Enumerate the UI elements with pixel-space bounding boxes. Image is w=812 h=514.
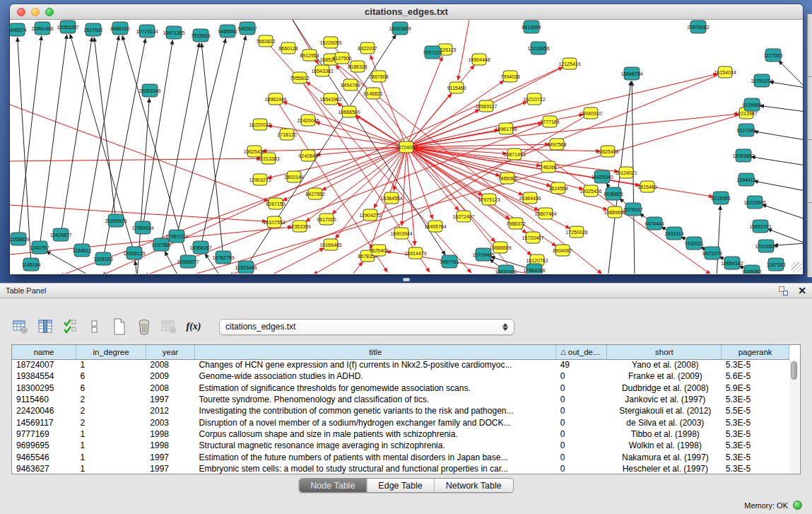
graph-node[interactable]: 17975123 <box>478 194 500 205</box>
graph-node[interactable]: 1117053 <box>764 49 782 62</box>
graph-node[interactable]: 7432021 <box>684 237 703 250</box>
graph-node[interactable]: 15495764 <box>424 221 446 232</box>
close-panel-icon[interactable]: ✕ <box>798 286 806 296</box>
graph-node[interactable]: 8405574 <box>10 23 27 36</box>
graph-node[interactable]: 7515526 <box>191 29 210 42</box>
graph-node[interactable]: 1305153 <box>93 252 112 265</box>
close-window-button[interactable] <box>17 8 25 16</box>
graph-node[interactable]: 9474444 <box>645 217 664 230</box>
graph-node[interactable]: 16107553 <box>263 216 285 228</box>
panel-splitter-handle[interactable] <box>403 278 410 281</box>
graph-node[interactable]: 16782759 <box>212 251 234 264</box>
zoom-window-button[interactable] <box>45 8 54 16</box>
graph-node[interactable]: 1527602 <box>83 23 102 36</box>
graph-node[interactable]: 15692971 <box>749 220 771 233</box>
graph-node[interactable]: 15384554 <box>380 192 402 204</box>
table-settings-icon[interactable] <box>11 317 30 336</box>
graph-node[interactable]: 9457791 <box>440 255 459 268</box>
graph-node[interactable]: 16210645 <box>743 196 765 209</box>
graph-node[interactable]: 20053346 <box>139 84 160 97</box>
graph-node[interactable]: 16220022 <box>249 119 271 130</box>
graph-node[interactable]: 17016504 <box>755 240 777 252</box>
table-row[interactable]: 946362711997Embryonic stem cells: a mode… <box>12 463 789 474</box>
graph-node[interactable]: 16961758 <box>495 123 517 134</box>
column-header-title[interactable]: title <box>195 345 556 359</box>
graph-node[interactable]: 15751074 <box>751 74 772 87</box>
graph-node[interactable]: 8427552 <box>305 188 324 199</box>
graph-node[interactable]: 1343757 <box>30 241 49 254</box>
graph-node[interactable]: 12904272 <box>359 209 381 221</box>
show-selected-icon[interactable] <box>86 317 104 336</box>
graph-node[interactable]: 13425877 <box>49 228 71 241</box>
graph-node[interactable]: 9463627 <box>237 22 257 35</box>
delete-table-icon[interactable] <box>135 317 153 336</box>
graph-node[interactable]: 7625402 <box>369 245 388 256</box>
graph-node[interactable]: 2867608 <box>369 71 388 82</box>
graph-node[interactable]: 9242844 <box>298 150 317 161</box>
graph-node[interactable]: 9129966 <box>742 98 761 111</box>
graph-node[interactable]: 8322037 <box>358 42 377 54</box>
delete-columns-disabled-icon[interactable] <box>160 317 178 336</box>
graph-node[interactable]: 9815460 <box>637 181 657 192</box>
graph-node[interactable]: 7485083 <box>498 173 517 184</box>
graph-node[interactable]: 10719134 <box>136 25 158 37</box>
graph-node[interactable]: 12903275 <box>249 174 271 185</box>
graph-node[interactable]: 10625408 <box>596 146 618 157</box>
graph-node[interactable]: 7994028 <box>500 71 519 82</box>
graph-node[interactable]: 18982446 <box>264 93 286 105</box>
column-header-out_de[interactable]: △out_de... <box>556 345 607 359</box>
column-header-pagerank[interactable]: pagerank <box>722 345 789 359</box>
graph-node[interactable]: 10654162 <box>721 257 743 269</box>
graph-node[interactable]: 8215955 <box>711 192 730 204</box>
graph-node[interactable]: 17957222 <box>165 230 187 243</box>
graph-node[interactable]: 10958077 <box>177 255 199 268</box>
graph-node[interactable]: 7986372 <box>506 218 525 229</box>
graph-node[interactable]: 8904067 <box>553 245 572 256</box>
graph-node[interactable]: 16648784 <box>620 67 642 80</box>
table-row[interactable]: 977716911998Corpus callosum shape and si… <box>12 428 789 440</box>
graph-node[interactable]: 9465546 <box>218 25 237 37</box>
graph-node[interactable]: 10889605 <box>604 206 625 218</box>
graph-node[interactable]: 7955812 <box>290 72 309 83</box>
table-row[interactable]: 1938455462009Genome-wide association stu… <box>12 370 789 382</box>
graph-node[interactable]: 1167533 <box>767 258 786 271</box>
graph-node[interactable]: 8813054 <box>522 21 541 33</box>
graph-node[interactable]: 8471078 <box>702 247 722 259</box>
tab-node-table[interactable]: Node Table <box>299 479 367 492</box>
graph-node[interactable]: 16040910 <box>579 107 601 119</box>
tab-edge-table[interactable]: Edge Table <box>367 479 434 492</box>
memory-status-indicator[interactable] <box>793 501 802 510</box>
graph-node[interactable]: 10053287 <box>57 21 78 33</box>
graph-node[interactable]: 20206576 <box>105 214 126 227</box>
graph-node[interactable]: 22891406 <box>31 22 53 35</box>
table-row[interactable]: 2242004622012Investigating the contribut… <box>12 405 789 416</box>
graph-node[interactable]: 9245082 <box>742 265 761 274</box>
graph-node[interactable]: 746266 <box>540 161 556 173</box>
table-scrollbar-thumb[interactable] <box>791 361 797 380</box>
graph-node[interactable]: 17884266 <box>523 264 545 274</box>
graph-node[interactable]: 16154034 <box>714 66 736 78</box>
column-header-short[interactable]: short <box>607 345 722 359</box>
graph-node[interactable]: 1184512 <box>73 244 92 257</box>
graph-node[interactable]: 22420046 <box>297 115 319 126</box>
table-row[interactable]: 1830029562008Estimation of significance … <box>12 382 789 394</box>
graph-node[interactable]: 9777169 <box>540 116 559 127</box>
minimize-window-button[interactable] <box>31 8 40 16</box>
graph-node[interactable]: 9146821 <box>363 88 382 99</box>
graph-node[interactable]: 11058839 <box>10 233 29 245</box>
graph-node[interactable]: 2718120 <box>277 129 296 140</box>
table-row[interactable]: 969969511998Structural magnetic resonanc… <box>12 440 789 451</box>
graph-node[interactable]: 14031931 <box>495 265 517 274</box>
graph-node[interactable]: 16958167 <box>189 241 211 254</box>
new-table-icon[interactable] <box>110 317 129 336</box>
graph-node[interactable]: 9127506 <box>332 52 351 64</box>
graph-node[interactable]: 2803144 <box>284 171 303 182</box>
table-select-dropdown[interactable]: citations_edges.txt <box>219 319 514 335</box>
graph-node[interactable]: 8912954 <box>300 49 319 61</box>
column-header-in_degree[interactable]: in_degree <box>76 345 146 359</box>
graph-node[interactable]: 8267150 <box>266 198 285 209</box>
tab-network-table[interactable]: Network Table <box>435 479 513 492</box>
graph-node[interactable]: 6079107 <box>623 203 642 216</box>
graph-node[interactable]: 2933114 <box>665 227 684 240</box>
graph-node[interactable]: 8660128 <box>278 42 298 54</box>
